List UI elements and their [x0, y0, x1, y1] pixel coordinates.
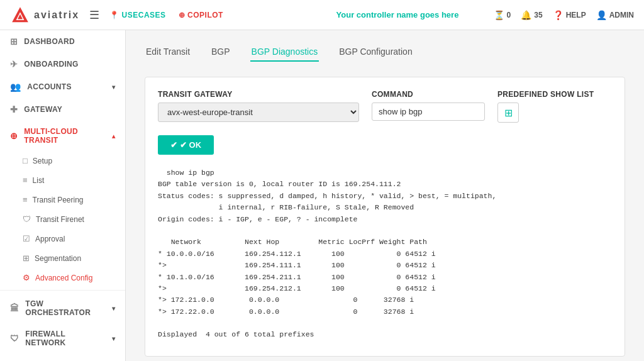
output-line: show ip bgp [158, 167, 612, 179]
sidebar-sub-label: Approval [35, 235, 65, 243]
chevron-down-icon: ▾ [112, 84, 115, 91]
checkmark-icon: ✔ [170, 140, 177, 150]
command-input[interactable] [372, 103, 485, 121]
sidebar: ⊞ DASHBOARD ✈ ONBOARDING 👥 ACCOUNTS ▾ ✚ … [0, 30, 126, 361]
tab-bgp[interactable]: BGP [210, 43, 231, 62]
sidebar-sub-item-transit-firenet[interactable]: 🛡 Transit Firenet [0, 209, 125, 229]
sidebar-sub-label: Segmentation [35, 254, 81, 263]
multi-cloud-transit-icon: ⊕ [10, 131, 18, 141]
hamburger-menu[interactable]: ☰ [89, 8, 99, 22]
sidebar-item-label: FIREWALL NETWORK [25, 330, 105, 347]
output-line: * 10.1.0.0/16 169.254.211.1 100 0 64512 … [158, 272, 612, 283]
sidebar-sub-item-setup[interactable]: □ Setup [0, 151, 125, 170]
sidebar-item-onboarding[interactable]: ✈ ONBOARDING [0, 53, 125, 75]
admin-action[interactable]: 👤 ADMIN [596, 10, 634, 20]
sidebar-sub-item-transit-peering[interactable]: ≡ Transit Peering [0, 190, 125, 209]
predefined-show-list-group: Predefined Show List ⊞ [497, 90, 594, 123]
sidebar-sub-label: Advanced Config [35, 274, 92, 282]
output-line: *> 169.254.212.1 100 0 64512 i [158, 283, 612, 294]
sidebar-divider [0, 290, 125, 291]
output-line: Displayed 4 out of 6 total prefixes [158, 329, 612, 340]
sidebar-item-multi-cloud-transit[interactable]: ⊕ MULTI-CLOUD TRANSIT ▴ [0, 121, 125, 151]
chevron-up-icon: ▴ [112, 133, 115, 140]
output-line: Status codes: s suppressed, d damped, h … [158, 191, 612, 202]
list-icon: ≡ [23, 175, 28, 185]
sidebar-sub-label: Transit Peering [33, 196, 84, 204]
copilot-icon: ⊕ [179, 11, 186, 19]
output-line: *> 172.22.0.0 0.0.0.0 0 32768 i [158, 306, 612, 318]
onboarding-icon: ✈ [10, 59, 18, 69]
table-icon: ⊞ [504, 107, 513, 119]
form-row: Transit Gateway avx-west-europe-transit … [158, 90, 612, 123]
transit-firenet-icon: 🛡 [23, 214, 31, 224]
output-line: Network Next Hop Metric LocPrf Weight Pa… [158, 236, 612, 248]
transit-gateway-group: Transit Gateway avx-west-europe-transit [158, 90, 359, 122]
help-action[interactable]: ❓ HELP [553, 10, 586, 20]
sidebar-sub-item-list[interactable]: ≡ List [0, 170, 125, 190]
sidebar-item-label: DASHBOARD [24, 37, 75, 46]
predefined-show-list-button[interactable]: ⊞ [497, 103, 519, 123]
usecases-icon: 📍 [109, 11, 119, 19]
command-group: Command [372, 90, 485, 121]
top-navigation: aviatrix ☰ 📍 USECASES ⊕ COPILOT Your con… [0, 0, 644, 30]
output-line [158, 225, 612, 236]
usecases-link[interactable]: 📍 USECASES [109, 11, 166, 19]
copilot-link[interactable]: ⊕ COPILOT [179, 11, 223, 19]
nav-links: 📍 USECASES ⊕ COPILOT [109, 11, 301, 19]
tabs: Edit Transit BGP BGP Diagnostics BGP Con… [145, 43, 625, 62]
setup-icon: □ [23, 156, 28, 165]
sidebar-item-label: MULTI-CLOUD TRANSIT [24, 127, 105, 145]
output-line: * 10.0.0.0/16 169.254.112.1 100 0 64512 … [158, 248, 612, 260]
sidebar-sub-item-approval[interactable]: ☑ Approval [0, 229, 125, 248]
sidebar-sub-item-segmentation[interactable]: ⊞ Segmentation [0, 248, 125, 268]
sidebar-item-label: ONBOARDING [24, 60, 78, 69]
sidebar-item-label: ACCOUNTS [27, 82, 71, 91]
timer-icon: ⏳ [494, 10, 504, 20]
ok-label: ✔ OK [180, 140, 201, 150]
content-area: Edit Transit BGP BGP Diagnostics BGP Con… [126, 30, 644, 361]
ok-button[interactable]: ✔ ✔ OK [158, 135, 214, 155]
chevron-down-icon: ▾ [112, 305, 115, 312]
main-card: Transit Gateway avx-west-europe-transit … [145, 77, 625, 357]
command-label: Command [372, 90, 485, 99]
sidebar-item-dashboard[interactable]: ⊞ DASHBOARD [0, 30, 125, 53]
chevron-down-icon: ▾ [112, 335, 115, 342]
sidebar-item-tgw-orchestrator[interactable]: 🏛 TGW ORCHESTRATOR ▾ [0, 293, 125, 323]
gateway-icon: ✚ [10, 104, 18, 114]
transit-gateway-label: Transit Gateway [158, 90, 359, 99]
tgw-orchestrator-icon: 🏛 [10, 303, 19, 313]
help-icon: ❓ [553, 10, 564, 20]
nav-actions: ⏳ 0 🔔 35 ❓ HELP 👤 ADMIN [494, 10, 634, 20]
sidebar-sub-label: List [33, 176, 45, 185]
segmentation-icon: ⊞ [23, 253, 30, 263]
sidebar-item-label: GATEWAY [24, 105, 62, 114]
timer-action[interactable]: ⏳ 0 [494, 10, 511, 20]
output-line: *> 169.254.111.1 100 0 64512 i [158, 260, 612, 271]
output-line: Origin codes: i - IGP, e - EGP, ? - inco… [158, 214, 612, 225]
tab-bgp-configuration[interactable]: BGP Configuration [338, 43, 413, 62]
accounts-icon: 👥 [10, 82, 21, 92]
transit-peering-icon: ≡ [23, 195, 28, 204]
sidebar-sub-label: Transit Firenet [36, 215, 84, 224]
sidebar-item-accounts[interactable]: 👥 ACCOUNTS ▾ [0, 75, 125, 98]
tab-edit-transit[interactable]: Edit Transit [145, 43, 191, 62]
main-layout: ⊞ DASHBOARD ✈ ONBOARDING 👥 ACCOUNTS ▾ ✚ … [0, 30, 644, 361]
sidebar-item-label: TGW ORCHESTRATOR [25, 299, 105, 317]
advanced-config-icon: ⚙ [23, 273, 30, 282]
output-line [158, 318, 612, 329]
sidebar-sub-label: Setup [33, 157, 52, 165]
sidebar-item-firewall-network[interactable]: 🛡 FIREWALL NETWORK ▾ [0, 323, 125, 353]
sidebar-sub-item-advanced-config[interactable]: ⚙ Advanced Config [0, 268, 125, 287]
transit-gateway-select[interactable]: avx-west-europe-transit [158, 103, 359, 122]
output-area: show ip bgpBGP table version is 0, local… [158, 165, 612, 343]
logo[interactable]: aviatrix [10, 5, 79, 25]
controller-name: Your controller name goes here [301, 10, 493, 19]
output-line: BGP table version is 0, local router ID … [158, 179, 612, 190]
dashboard-icon: ⊞ [10, 36, 18, 47]
tab-bgp-diagnostics[interactable]: BGP Diagnostics [250, 43, 319, 62]
bell-icon: 🔔 [521, 10, 531, 20]
logo-text: aviatrix [34, 9, 79, 21]
bell-action[interactable]: 🔔 35 [521, 10, 542, 20]
predefined-show-list-label: Predefined Show List [497, 90, 594, 99]
sidebar-item-gateway[interactable]: ✚ GATEWAY [0, 98, 125, 121]
